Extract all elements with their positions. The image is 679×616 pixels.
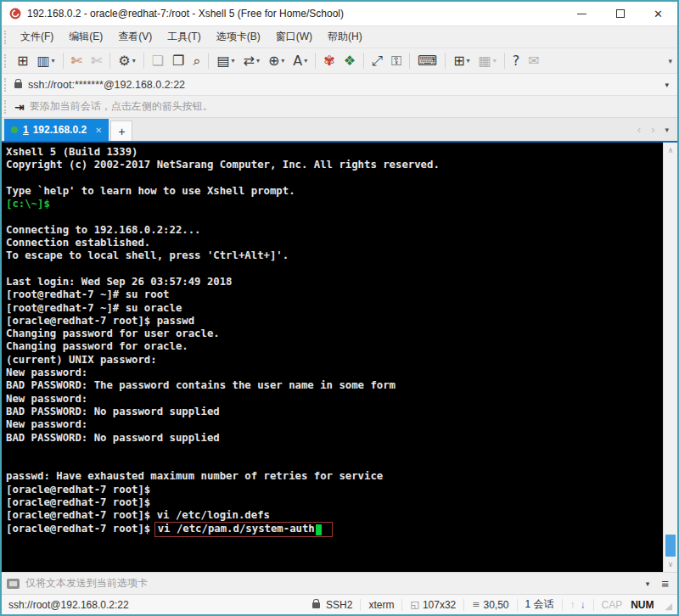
new-tab-icon[interactable]: ⊞ ▾ <box>450 52 473 70</box>
chevron-down-icon[interactable]: ▾ <box>232 57 235 64</box>
toolbar-divider <box>409 53 410 69</box>
terminal-line: Changing password for oracle. <box>6 340 663 353</box>
tab-list-dropdown-icon[interactable]: ▾ <box>665 126 669 134</box>
chevron-down-icon[interactable]: ▾ <box>52 57 55 64</box>
arrange-tabs-icon[interactable]: ▦ ▾ <box>475 52 500 70</box>
tab-bar: 1 192.168.0.2 ✕ + ‹ › ▾ <box>2 117 677 143</box>
status-session-count: 1 会话 <box>518 597 562 612</box>
fullscreen-icon[interactable]: ⤢ <box>368 52 386 70</box>
send-text-input[interactable]: 仅将文本发送到当前选项卡 <box>25 576 634 591</box>
virtual-keyboard-icon[interactable]: ⌨ <box>414 52 441 70</box>
terminal-line: Copyright (c) 2002-2017 NetSarang Comput… <box>6 159 663 171</box>
send-options-icon[interactable]: ≡ <box>661 576 677 591</box>
window-title: 192.168.0.2 - oracle@redhat-7:/root - Xs… <box>27 8 563 20</box>
menu-item[interactable]: 编辑(E) <box>61 26 110 48</box>
toolbar-items: ⊞ ▥ ▾ ✄ ✄ ⚙ ▾ ❏ ❐ ⌕ <box>13 52 544 70</box>
reconnect-icon[interactable]: ✄ <box>87 52 105 70</box>
session-properties-icon[interactable]: ⚙ ▾ <box>115 52 138 70</box>
close-button[interactable]: ✕ <box>639 2 677 25</box>
minimize-button[interactable] <box>563 2 601 25</box>
terminal[interactable]: Xshell 5 (Build 1339)Copyright (c) 2002-… <box>2 143 677 572</box>
xftp-icon[interactable]: ❖ <box>340 52 359 70</box>
chevron-down-icon[interactable]: ▾ <box>256 57 260 64</box>
info-drag-grip[interactable] <box>4 100 9 114</box>
toolbar-overflow-button[interactable]: ▾ <box>668 57 672 65</box>
chevron-down-icon[interactable]: ▾ <box>467 57 470 64</box>
find-icon[interactable]: ⌕ <box>189 52 204 70</box>
menu-item[interactable]: 帮助(H) <box>320 26 370 48</box>
terminal-line: Connection established. <box>6 237 663 249</box>
scrollbar-thumb[interactable] <box>665 535 676 557</box>
duplicate-session-icon[interactable]: ❏ <box>149 52 167 70</box>
address-dropdown-button[interactable]: ▾ <box>656 81 677 89</box>
terminal-line: New password: <box>6 418 663 431</box>
open-folder-icon[interactable]: ▥ ▾ <box>33 52 58 70</box>
new-tab-button[interactable]: + <box>110 120 132 141</box>
status-terminal-size: ◱ 107x32 <box>402 599 463 611</box>
maximize-button[interactable] <box>601 2 639 25</box>
terminal-line <box>6 445 663 457</box>
window-resize-grip[interactable]: ◢ <box>662 597 674 612</box>
menu-item[interactable]: 工具(T) <box>160 26 208 48</box>
tab-scroll-left-icon[interactable]: ‹ <box>637 123 641 136</box>
connected-status-icon <box>11 126 18 133</box>
terminal-current-line: [oracle@redhat-7 root]$ vi /etc/pam.d/sy… <box>6 523 663 537</box>
terminal-line: [oracle@redhat-7 root]$ passwd <box>6 315 663 328</box>
menu-drag-grip[interactable] <box>4 31 9 44</box>
terminal-scrollbar[interactable]: ∧ ∨ <box>663 143 677 572</box>
tab-label: 192.168.0.2 <box>33 124 87 136</box>
toolbar-divider <box>504 53 505 69</box>
help-icon[interactable]: ? <box>509 52 524 70</box>
terminal-line: To escape to local shell, press 'Ctrl+Al… <box>6 249 663 262</box>
menu-item[interactable]: 窗口(W) <box>268 26 320 48</box>
scroll-bottom-icon[interactable]: ↓ <box>581 599 586 611</box>
terminal-cursor <box>316 524 322 535</box>
print-icon[interactable]: ▤ ▾ <box>213 52 238 70</box>
address-drag-grip[interactable] <box>4 78 9 92</box>
send-history-dropdown-icon[interactable]: ▾ <box>634 580 662 588</box>
menu-bar: 文件(F)编辑(E)查看(V)工具(T)选项卡(B)窗口(W)帮助(H) <box>2 25 677 48</box>
status-cursor-position: ≡ 30,50 <box>464 599 516 611</box>
status-protocol: SSH2 <box>303 599 360 611</box>
disconnect-icon[interactable]: ✄ <box>68 52 86 70</box>
toolbar-drag-grip[interactable] <box>4 54 9 68</box>
terminal-line <box>6 263 663 276</box>
terminal-line: BAD PASSWORD: No password supplied <box>6 432 663 445</box>
font-icon[interactable]: A ▾ <box>289 52 311 70</box>
xshell-icon[interactable]: ✾ <box>320 52 338 70</box>
chevron-down-icon[interactable]: ▾ <box>493 57 497 64</box>
menu-item[interactable]: 查看(V) <box>110 26 160 48</box>
chevron-down-icon[interactable]: ▾ <box>304 57 307 64</box>
menu-item[interactable]: 文件(F) <box>13 26 61 48</box>
terminal-line <box>6 457 663 470</box>
toolbar-divider <box>315 53 316 69</box>
scroll-down-icon[interactable]: ∨ <box>664 557 677 571</box>
chevron-down-icon[interactable]: ▾ <box>281 57 284 64</box>
lock-screen-icon[interactable]: ⚿ <box>388 52 405 70</box>
new-session-icon[interactable]: ⊞ <box>14 52 31 70</box>
terminal-command: vi /etc/pam.d/system-auth <box>158 523 315 535</box>
add-session-arrow-icon[interactable]: ⇥ <box>14 100 25 114</box>
terminal-line: Connecting to 192.168.0.2:22... <box>6 224 663 237</box>
title-bar: 192.168.0.2 - oracle@redhat-7:/root - Xs… <box>2 2 677 25</box>
tab-close-icon[interactable]: ✕ <box>95 126 102 135</box>
session-address-input[interactable]: ssh://root:*******@192.168.0.2:22 <box>28 79 656 91</box>
tab-scroll-right-icon[interactable]: › <box>651 123 654 136</box>
chevron-down-icon[interactable]: ▾ <box>132 57 136 64</box>
terminal-line: BAD PASSWORD: The password contains the … <box>6 379 663 392</box>
info-bar: ⇥ 要添加当前会话，点击左侧的箭头按钮。 <box>2 95 677 117</box>
paste-icon[interactable]: ❐ <box>169 52 188 70</box>
scroll-top-icon[interactable]: ↑ <box>570 599 575 611</box>
scroll-up-icon[interactable]: ∧ <box>664 143 677 157</box>
window-controls: ✕ <box>563 2 677 25</box>
menu-item[interactable]: 选项卡(B) <box>209 26 268 48</box>
terminal-line: (current) UNIX password: <box>6 354 663 367</box>
feedback-icon[interactable]: ✉ <box>525 52 542 70</box>
terminal-line: [oracle@redhat-7 root]$ <box>6 496 663 509</box>
web-browser-icon[interactable]: ⊕ ▾ <box>265 52 288 70</box>
address-bar: ssh://root:*******@192.168.0.2:22 ▾ <box>2 73 677 95</box>
terminal-line: Type `help' to learn how to use Xshell p… <box>6 185 663 198</box>
tab-session-1[interactable]: 1 192.168.0.2 ✕ <box>4 119 109 141</box>
terminal-line: [root@redhat-7 ~]# su oracle <box>6 302 663 315</box>
encoding-icon[interactable]: ⇄ ▾ <box>240 52 263 70</box>
